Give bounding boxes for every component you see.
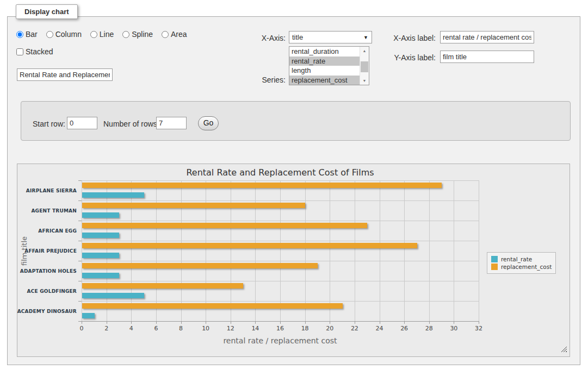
x-axis-label-input[interactable] — [440, 31, 534, 43]
go-button[interactable]: Go — [198, 116, 219, 130]
y-axis-tick — [78, 261, 82, 261]
chart-container: 02468101214161820222426283032AIRPLANE SI… — [17, 164, 570, 357]
stacked-checkbox[interactable] — [16, 48, 23, 55]
stacked-checkbox-label[interactable]: Stacked — [16, 47, 53, 56]
series-option-replacement-cost[interactable]: replacement_cost — [289, 76, 369, 85]
start-row-label: Start row: — [33, 120, 65, 128]
y-axis-field-label: Y-Axis label: — [388, 53, 436, 62]
chart-type-radios: Bar Column Line Spline Area — [16, 30, 194, 39]
radio-area[interactable]: Area — [162, 30, 187, 39]
gridline-horizontal — [82, 261, 479, 261]
x-axis-tick-label: 0 — [73, 325, 90, 332]
x-axis-tick-label: 8 — [173, 325, 189, 332]
radio-area-input[interactable] — [162, 31, 169, 38]
row-range-panel: Start row: Number of rows: Go — [21, 101, 571, 141]
x-axis-line — [82, 321, 479, 322]
bar-replacement_cost — [82, 223, 367, 228]
legend-item-rental_rate[interactable]: rental_rate — [491, 256, 552, 262]
radio-spline-input[interactable] — [122, 31, 129, 38]
bar-rental_rate — [82, 253, 119, 258]
series-option-rental-rate[interactable]: rental_rate — [289, 57, 369, 66]
series-option-rental-duration[interactable]: rental_duration — [289, 47, 369, 57]
resize-handle-icon[interactable] — [561, 346, 567, 352]
legend-swatch-icon — [491, 256, 498, 262]
chart-legend: rental_ratereplacement_cost — [487, 252, 556, 274]
radio-column-input[interactable] — [46, 31, 53, 38]
x-axis-tick-label: 20 — [321, 325, 338, 332]
radio-bar-input[interactable] — [16, 31, 23, 38]
legend-swatch-icon — [491, 264, 498, 270]
series-label: Series: — [247, 76, 286, 84]
x-axis-tick-label: 30 — [445, 325, 462, 332]
series-listbox[interactable]: rental_duration rental_rate length repla… — [289, 46, 369, 85]
scrollbar-thumb[interactable] — [361, 61, 368, 72]
radio-line[interactable]: Line — [90, 30, 114, 39]
x-axis-title: rental rate / replacement cost — [82, 336, 479, 345]
y-axis-tick — [78, 301, 82, 302]
gridline-vertical — [404, 180, 405, 321]
legend-label: replacement_cost — [501, 264, 552, 270]
bar-replacement_cost — [82, 183, 442, 188]
y-axis-tick — [78, 221, 82, 221]
radio-bar[interactable]: Bar — [16, 30, 38, 39]
category-label: ACE GOLDFINGER — [17, 281, 77, 301]
radio-line-label: Line — [100, 30, 114, 39]
x-axis-field-label: X-Axis label: — [388, 34, 436, 42]
gridline-horizontal — [82, 241, 479, 241]
radio-spline-label: Spline — [132, 30, 153, 39]
bar-replacement_cost — [82, 303, 343, 309]
gridline-vertical — [231, 180, 231, 321]
x-axis-tick-label: 2 — [98, 325, 115, 332]
gridline-vertical — [454, 180, 454, 321]
gridline-vertical — [305, 180, 306, 321]
gridline-vertical — [156, 180, 157, 321]
series-option-length[interactable]: length — [289, 66, 369, 76]
chart-title-input[interactable] — [17, 68, 113, 81]
gridline-horizontal — [82, 180, 479, 181]
y-axis-tick — [78, 281, 82, 281]
gridline-horizontal — [82, 301, 479, 302]
x-axis-tick-label: 6 — [148, 325, 164, 332]
radio-bar-label: Bar — [26, 30, 38, 39]
bar-rental_rate — [82, 192, 144, 198]
x-axis-tick — [479, 321, 479, 324]
x-axis-tick-label: 18 — [297, 325, 313, 332]
x-axis-selected-value: title — [292, 33, 303, 41]
bar-rental_rate — [82, 293, 144, 298]
radio-spline[interactable]: Spline — [122, 30, 153, 39]
radio-column[interactable]: Column — [46, 30, 82, 39]
x-axis-label: X-Axis: — [247, 34, 286, 42]
category-label: AGENT TRUMAN — [17, 200, 77, 221]
y-axis-title: film title — [20, 236, 28, 265]
gridline-vertical — [82, 180, 82, 321]
scroll-up-icon[interactable]: ▲ — [360, 47, 369, 55]
x-axis-select[interactable]: title ▼ — [289, 31, 372, 43]
display-chart-fieldset: Display chart Bar Column Line Spline Are… — [7, 16, 580, 365]
bar-rental_rate — [82, 273, 119, 278]
y-axis-tick — [78, 180, 82, 181]
gridline-horizontal — [82, 281, 479, 281]
legend-label: rental_rate — [501, 256, 532, 262]
scroll-down-icon[interactable]: ▼ — [360, 77, 369, 85]
y-axis-label-input[interactable] — [440, 51, 534, 63]
num-rows-input[interactable] — [156, 117, 187, 129]
bar-rental_rate — [82, 212, 119, 218]
x-axis-tick-label: 4 — [123, 325, 139, 332]
legend-item-replacement_cost[interactable]: replacement_cost — [491, 264, 552, 270]
bar-rental_rate — [82, 313, 95, 318]
bar-replacement_cost — [82, 283, 243, 289]
bar-replacement_cost — [82, 243, 417, 248]
listbox-scrollbar[interactable]: ▲ ▼ — [360, 47, 369, 85]
category-label: AIRPLANE SIERRA — [17, 180, 77, 200]
gridline-vertical — [107, 180, 107, 321]
radio-line-input[interactable] — [90, 31, 97, 38]
bar-replacement_cost — [82, 203, 305, 208]
gridline-horizontal — [82, 200, 479, 201]
y-axis-tick — [78, 241, 82, 241]
x-axis-tick-label: 16 — [272, 325, 288, 332]
radio-column-label: Column — [55, 30, 82, 39]
num-rows-label: Number of rows: — [103, 120, 159, 128]
gridline-vertical — [355, 180, 355, 321]
start-row-input[interactable] — [67, 117, 97, 129]
x-axis-tick-label: 32 — [471, 325, 487, 332]
